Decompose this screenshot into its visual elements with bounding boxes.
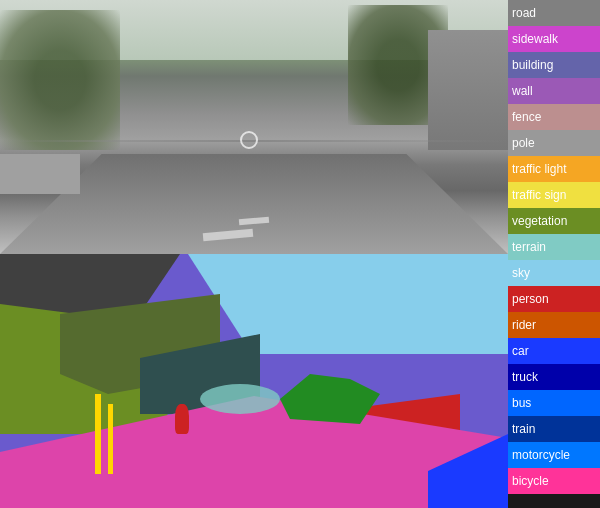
legend-item-sky[interactable]: sky: [508, 260, 600, 286]
legend-label-person: person: [512, 292, 549, 306]
legend-item-building[interactable]: building: [508, 52, 600, 78]
seg-terrain-cyan: [200, 384, 280, 414]
legend-item-traffic-sign[interactable]: traffic sign: [508, 182, 600, 208]
seg-pole-2: [108, 404, 113, 474]
legend-label-pole: pole: [512, 136, 535, 150]
photo-panel: [0, 0, 508, 254]
photo-sidewalk: [0, 154, 80, 194]
legend-label-road: road: [512, 6, 536, 20]
legend-label-bus: bus: [512, 396, 531, 410]
legend-item-wall[interactable]: wall: [508, 78, 600, 104]
legend-label-fence: fence: [512, 110, 541, 124]
seg-pole-1: [95, 394, 101, 474]
legend-item-truck[interactable]: truck: [508, 364, 600, 390]
legend-item-terrain[interactable]: terrain: [508, 234, 600, 260]
legend-item-train[interactable]: train: [508, 416, 600, 442]
legend-label-building: building: [512, 58, 553, 72]
legend-label-truck: truck: [512, 370, 538, 384]
legend-label-sidewalk: sidewalk: [512, 32, 558, 46]
legend-label-traffic-sign: traffic sign: [512, 188, 566, 202]
legend-item-car[interactable]: car: [508, 338, 600, 364]
legend-item-fence[interactable]: fence: [508, 104, 600, 130]
legend-label-vegetation: vegetation: [512, 214, 567, 228]
legend-item-sidewalk[interactable]: sidewalk: [508, 26, 600, 52]
legend-label-terrain: terrain: [512, 240, 546, 254]
legend-sidebar: roadsidewalkbuildingwallfencepoletraffic…: [508, 0, 600, 508]
legend-label-wall: wall: [512, 84, 533, 98]
legend-item-road[interactable]: road: [508, 0, 600, 26]
photo-trees-left: [0, 10, 120, 150]
legend-item-bus[interactable]: bus: [508, 390, 600, 416]
legend-item-person[interactable]: person: [508, 286, 600, 312]
legend-item-motorcycle[interactable]: motorcycle: [508, 442, 600, 468]
legend-item-pole[interactable]: pole: [508, 130, 600, 156]
legend-label-rider: rider: [512, 318, 536, 332]
legend-label-bicycle: bicycle: [512, 474, 549, 488]
legend-label-traffic-light: traffic light: [512, 162, 566, 176]
legend-label-car: car: [512, 344, 529, 358]
legend-label-motorcycle: motorcycle: [512, 448, 570, 462]
photo-building: [428, 30, 508, 150]
legend-item-bicycle[interactable]: bicycle: [508, 468, 600, 494]
legend-label-sky: sky: [512, 266, 530, 280]
legend-item-traffic-light[interactable]: traffic light: [508, 156, 600, 182]
legend-item-vegetation[interactable]: vegetation: [508, 208, 600, 234]
segmentation-panel: [0, 254, 508, 508]
photo-lens-circle: [240, 131, 258, 149]
legend-label-train: train: [512, 422, 535, 436]
main-area: [0, 0, 508, 508]
seg-person-1: [175, 404, 189, 434]
legend-item-rider[interactable]: rider: [508, 312, 600, 338]
